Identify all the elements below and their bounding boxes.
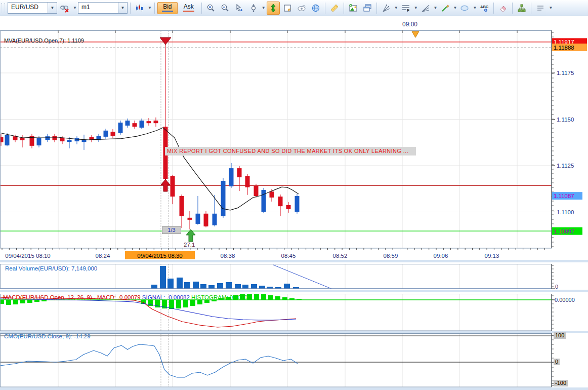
histogram-value-label: HISTOGRAM: 0.00003 bbox=[191, 294, 250, 300]
svg-text:ABC: ABC bbox=[480, 5, 489, 9]
ask-button[interactable]: Ask bbox=[179, 2, 199, 14]
chart-toolbar: EUR/USD ▼ ▼ m1 ▼ ▼ Bid Ask ▼ bbox=[0, 0, 588, 16]
svg-text:08:52: 08:52 bbox=[333, 253, 348, 259]
ask-label: Ask bbox=[184, 4, 194, 10]
vertical-zoom-dropdown-arrow[interactable]: ▼ bbox=[262, 6, 266, 10]
ruler-icon[interactable] bbox=[328, 2, 341, 15]
bid-button[interactable]: Bid bbox=[157, 2, 178, 14]
svg-text:1.1175: 1.1175 bbox=[557, 70, 574, 76]
timeframe-dropdown-arrow[interactable]: ▼ bbox=[118, 3, 127, 13]
svg-text:09/04/2015 08:10: 09/04/2015 08:10 bbox=[5, 253, 51, 259]
toolbar-separator bbox=[493, 3, 494, 14]
object-tree-icon[interactable] bbox=[515, 2, 528, 15]
time-marker-label: 09:00 bbox=[402, 21, 417, 28]
cmo-axis-high: 100 bbox=[554, 332, 566, 339]
web-globe-icon[interactable] bbox=[309, 2, 322, 15]
toolbar-separator bbox=[130, 3, 131, 14]
fan-lines-icon[interactable] bbox=[419, 2, 432, 15]
bid-label: Bid bbox=[163, 4, 172, 10]
svg-text:08:24: 08:24 bbox=[96, 253, 110, 259]
scroll-chart-icon[interactable] bbox=[281, 2, 294, 15]
ellipse-tool-icon[interactable] bbox=[458, 2, 471, 15]
svg-text:09:13: 09:13 bbox=[485, 253, 499, 259]
cmo-indicator-label: CMO(EUR/USD.Close, 9): -14.29 bbox=[4, 333, 91, 339]
add-text-icon[interactable]: ABC bbox=[478, 2, 491, 15]
arrow-value-label: 27.1 bbox=[184, 242, 195, 248]
timeframe-select[interactable]: m1 ▼ bbox=[78, 2, 128, 14]
pitchfork-dropdown-arrow[interactable]: ▼ bbox=[394, 6, 398, 10]
draw-line-icon[interactable] bbox=[439, 2, 452, 15]
toolbar-separator bbox=[531, 3, 531, 14]
toolbar-separator bbox=[344, 3, 344, 14]
ellipse-dropdown-arrow[interactable]: ▼ bbox=[473, 6, 477, 10]
svg-text:1.1150: 1.1150 bbox=[557, 116, 574, 123]
svg-text:1.1100: 1.1100 bbox=[557, 209, 574, 215]
volume-axis-zero: 0 bbox=[555, 284, 558, 290]
chart-type-dropdown-arrow[interactable]: ▼ bbox=[148, 6, 152, 10]
trading-station-window: EUR/USD ▼ ▼ m1 ▼ ▼ Bid Ask ▼ bbox=[0, 0, 588, 390]
toolbar-separator bbox=[376, 3, 377, 14]
arrange-windows-icon[interactable] bbox=[361, 2, 374, 15]
svg-text:09:06: 09:06 bbox=[434, 253, 448, 259]
svg-text:08:38: 08:38 bbox=[221, 253, 235, 259]
svg-text:09/04/2015 08:30: 09/04/2015 08:30 bbox=[137, 253, 183, 259]
svg-text:1.11087: 1.11087 bbox=[554, 193, 574, 199]
fan-lines-dropdown-arrow[interactable]: ▼ bbox=[434, 6, 438, 10]
signal-value-label: SIGNAL: -0.00082 bbox=[142, 294, 190, 300]
macd-indicator-label: MACD(EUR/USD.Open, 12, 26, 9) - MACD: -0… bbox=[3, 294, 250, 300]
zoom-in-icon[interactable] bbox=[204, 2, 218, 15]
fraction-label: 1/3 bbox=[162, 226, 181, 234]
fibonacci-dropdown-arrow[interactable]: ▼ bbox=[414, 6, 418, 10]
macd-axis-zero: 0.00000 bbox=[555, 297, 575, 303]
toolbar-separator bbox=[325, 3, 325, 14]
unlink-icon[interactable] bbox=[58, 2, 71, 15]
pitchfork-tool-icon[interactable] bbox=[380, 2, 393, 15]
cmo-axis-low: -100 bbox=[554, 380, 568, 386]
symbol-dropdown-arrow[interactable]: ▼ bbox=[48, 3, 57, 13]
cmo-axis-mid: 0 bbox=[554, 359, 560, 365]
mva-indicator-label: MVA(EUR/USD.Open,7): 1.1109 bbox=[4, 37, 84, 44]
svg-text:1.1125: 1.1125 bbox=[557, 163, 574, 169]
unlink-dropdown-arrow[interactable]: ▼ bbox=[73, 6, 77, 10]
macd-name-label: MACD(EUR/USD.Open, 12, 26, 9) - bbox=[3, 294, 97, 300]
volume-indicator-label: Real Volume(EUR/USD): 7,149,000 bbox=[5, 265, 97, 271]
fit-vertical-scale-button[interactable] bbox=[267, 2, 280, 15]
svg-text:1.10897: 1.10897 bbox=[554, 228, 575, 235]
svg-text:F: F bbox=[407, 8, 409, 13]
toolbar-menu-dropdown-arrow[interactable]: ▼ bbox=[549, 6, 553, 10]
add-image-icon[interactable] bbox=[347, 2, 360, 15]
chart-text-annotation[interactable]: MIX REPORT I GOT CONFUSED AND SO DID THE… bbox=[165, 147, 416, 155]
draw-line-dropdown-arrow[interactable]: ▼ bbox=[453, 6, 457, 10]
svg-text:08:45: 08:45 bbox=[281, 253, 296, 259]
toolbar-menu-icon[interactable] bbox=[534, 2, 547, 15]
toolbar-separator bbox=[154, 3, 155, 14]
eraser-icon[interactable] bbox=[496, 2, 510, 15]
zoom-select-icon[interactable] bbox=[233, 2, 246, 15]
chart-type-button[interactable] bbox=[133, 2, 146, 15]
svg-text:08:59: 08:59 bbox=[384, 253, 398, 259]
vertical-zoom-icon[interactable] bbox=[247, 2, 260, 15]
toolbar-grip[interactable] bbox=[2, 3, 5, 13]
hide-view-icon[interactable] bbox=[295, 2, 308, 15]
toolbar-separator bbox=[512, 3, 513, 14]
macd-value-label: MACD: -0.00079 bbox=[97, 294, 141, 300]
svg-text:1.11888: 1.11888 bbox=[554, 45, 574, 51]
symbol-select[interactable]: EUR/USD ▼ bbox=[8, 2, 57, 14]
zoom-out-icon[interactable] bbox=[219, 2, 232, 15]
toolbar-separator bbox=[201, 3, 202, 14]
fibonacci-levels-icon[interactable]: F bbox=[399, 2, 412, 15]
timeframe-value: m1 bbox=[78, 3, 118, 13]
symbol-value: EUR/USD bbox=[8, 3, 48, 13]
